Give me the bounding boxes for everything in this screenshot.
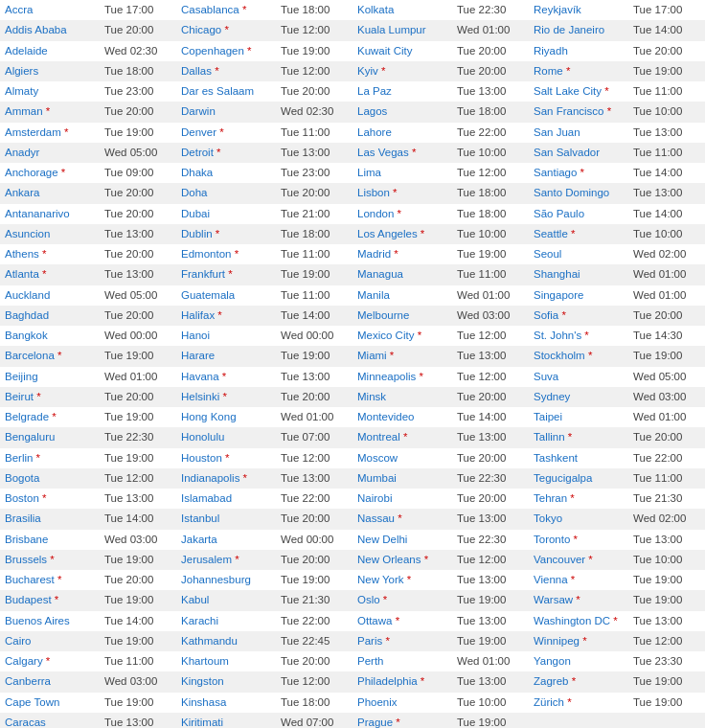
city-name-cell[interactable]: Addis Ababa: [0, 20, 101, 40]
city-name-cell[interactable]: Toronto *: [529, 530, 629, 550]
city-name-cell[interactable]: Frankfurt *: [176, 264, 277, 284]
city-name-cell[interactable]: Antananarivo: [0, 204, 101, 224]
city-name-cell[interactable]: Amman *: [0, 102, 101, 122]
city-name-cell[interactable]: Bogota: [0, 468, 101, 489]
city-name-cell[interactable]: Vancouver *: [529, 550, 629, 570]
city-name-cell[interactable]: Moscow: [352, 448, 453, 468]
city-name-cell[interactable]: Chicago *: [176, 20, 277, 40]
city-name-cell[interactable]: New York *: [352, 570, 453, 590]
city-name-cell[interactable]: Dublin *: [176, 224, 277, 244]
city-name-cell[interactable]: Hanoi: [176, 326, 277, 346]
city-name-cell[interactable]: Manila: [352, 285, 453, 306]
city-name-cell[interactable]: Singapore: [529, 285, 629, 306]
city-name-cell[interactable]: Managua: [352, 264, 453, 284]
city-name-cell[interactable]: Zagreb *: [529, 671, 629, 692]
city-name-cell[interactable]: Canberra: [0, 671, 101, 692]
city-name-cell[interactable]: Shanghai: [529, 264, 629, 284]
city-name-cell[interactable]: St. John's *: [529, 326, 629, 346]
city-name-cell[interactable]: Bangkok: [0, 326, 101, 346]
city-name-cell[interactable]: Kolkata: [352, 0, 453, 20]
city-name-cell[interactable]: Dhaka: [176, 163, 277, 183]
city-name-cell[interactable]: Seattle *: [529, 224, 629, 244]
city-name-cell[interactable]: Ankara: [0, 183, 101, 203]
city-name-cell[interactable]: Salt Lake City *: [529, 81, 629, 102]
city-name-cell[interactable]: Oslo *: [352, 590, 453, 610]
city-name-cell[interactable]: Los Angeles *: [352, 224, 453, 244]
city-name-cell[interactable]: Algiers: [0, 61, 101, 81]
city-name-cell[interactable]: Belgrade *: [0, 407, 101, 427]
city-name-cell[interactable]: Tehran *: [529, 489, 629, 509]
city-name-cell[interactable]: New Delhi: [352, 530, 453, 550]
city-name-cell[interactable]: Santiago *: [529, 163, 629, 183]
city-name-cell[interactable]: New Orleans *: [352, 550, 453, 570]
city-name-cell[interactable]: Miami *: [352, 346, 453, 366]
city-name-cell[interactable]: Perth: [352, 651, 453, 671]
city-name-cell[interactable]: Tashkent: [529, 448, 629, 468]
city-name-cell[interactable]: Edmonton *: [176, 244, 277, 264]
city-name-cell[interactable]: San Francisco *: [529, 102, 629, 122]
city-name-cell[interactable]: Ottawa *: [352, 611, 453, 631]
city-name-cell[interactable]: Almaty: [0, 81, 101, 102]
city-name-cell[interactable]: Buenos Aires: [0, 611, 101, 631]
city-name-cell[interactable]: Darwin: [176, 102, 277, 122]
city-name-cell[interactable]: Budapest *: [0, 590, 101, 610]
city-name-cell[interactable]: Riyadh: [529, 41, 629, 61]
city-name-cell[interactable]: Jakarta: [176, 530, 277, 550]
city-name-cell[interactable]: Dallas *: [176, 61, 277, 81]
city-name-cell[interactable]: Kuala Lumpur: [352, 20, 453, 40]
city-name-cell[interactable]: Khartoum: [176, 651, 277, 671]
city-name-cell[interactable]: Lagos: [352, 102, 453, 122]
city-name-cell[interactable]: Denver *: [176, 123, 277, 143]
city-name-cell[interactable]: Caracas: [0, 713, 101, 728]
city-name-cell[interactable]: Havana *: [176, 367, 277, 387]
city-name-cell[interactable]: Tokyo: [529, 509, 629, 529]
city-name-cell[interactable]: Montevideo: [352, 407, 453, 427]
city-name-cell[interactable]: Calgary *: [0, 651, 101, 671]
city-name-cell[interactable]: Hong Kong: [176, 407, 277, 427]
city-name-cell[interactable]: Lima: [352, 163, 453, 183]
city-name-cell[interactable]: Bucharest *: [0, 570, 101, 590]
city-name-cell[interactable]: Vienna *: [529, 570, 629, 590]
city-name-cell[interactable]: Athens *: [0, 244, 101, 264]
city-name-cell[interactable]: London *: [352, 204, 453, 224]
city-name-cell[interactable]: Karachi: [176, 611, 277, 631]
city-name-cell[interactable]: Berlin *: [0, 448, 101, 468]
city-name-cell[interactable]: Mexico City *: [352, 326, 453, 346]
city-name-cell[interactable]: Atlanta *: [0, 264, 101, 284]
city-name-cell[interactable]: Kingston: [176, 671, 277, 692]
city-name-cell[interactable]: Helsinki *: [176, 387, 277, 407]
city-name-cell[interactable]: Johannesburg: [176, 570, 277, 590]
city-name-cell[interactable]: Rome *: [529, 61, 629, 81]
city-name-cell[interactable]: Houston *: [176, 448, 277, 468]
city-name-cell[interactable]: Kathmandu: [176, 631, 277, 651]
city-name-cell[interactable]: Kuwait City: [352, 41, 453, 61]
city-name-cell[interactable]: Paris *: [352, 631, 453, 651]
city-name-cell[interactable]: Beirut *: [0, 387, 101, 407]
city-name-cell[interactable]: Tallinn *: [529, 427, 629, 447]
city-name-cell[interactable]: Halifax *: [176, 306, 277, 326]
city-name-cell[interactable]: Suva: [529, 367, 629, 387]
city-name-cell[interactable]: San Juan: [529, 123, 629, 143]
city-name-cell[interactable]: Minsk: [352, 387, 453, 407]
city-name-cell[interactable]: Beijing: [0, 367, 101, 387]
city-name-cell[interactable]: Philadelphia *: [352, 671, 453, 692]
city-name-cell[interactable]: Kyiv *: [352, 61, 453, 81]
city-name-cell[interactable]: Amsterdam *: [0, 123, 101, 143]
city-name-cell[interactable]: [529, 713, 629, 728]
city-name-cell[interactable]: Cape Town: [0, 693, 101, 713]
city-name-cell[interactable]: Bengaluru: [0, 427, 101, 447]
city-name-cell[interactable]: Kinshasa: [176, 693, 277, 713]
city-name-cell[interactable]: Accra: [0, 0, 101, 20]
city-name-cell[interactable]: San Salvador: [529, 143, 629, 163]
city-name-cell[interactable]: Melbourne: [352, 306, 453, 326]
city-name-cell[interactable]: Nassau *: [352, 509, 453, 529]
city-name-cell[interactable]: Casablanca *: [176, 0, 277, 20]
city-name-cell[interactable]: Nairobi: [352, 489, 453, 509]
city-name-cell[interactable]: Lisbon *: [352, 183, 453, 203]
city-name-cell[interactable]: Harare: [176, 346, 277, 366]
city-name-cell[interactable]: Detroit *: [176, 143, 277, 163]
city-name-cell[interactable]: Santo Domingo: [529, 183, 629, 203]
city-name-cell[interactable]: Kabul: [176, 590, 277, 610]
city-name-cell[interactable]: Auckland: [0, 285, 101, 306]
city-name-cell[interactable]: Copenhagen *: [176, 41, 277, 61]
